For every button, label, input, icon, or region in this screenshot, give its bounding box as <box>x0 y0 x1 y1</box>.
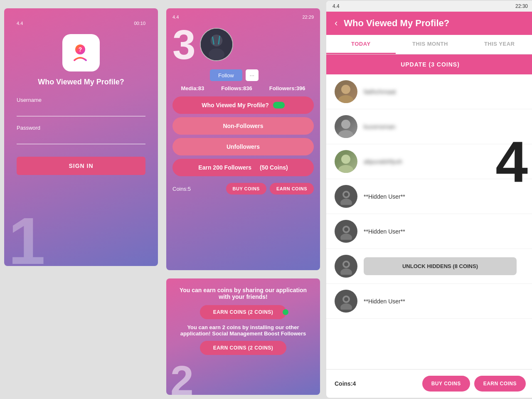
earn-followers-button[interactable]: Earn 200 Followers (50 Coins) <box>172 159 314 176</box>
more-button[interactable]: ··· <box>246 69 259 81</box>
followers-stat: Followers:396 <box>269 85 305 91</box>
svg-point-4 <box>209 49 224 61</box>
hidden-username: **Hidden User** <box>364 298 526 305</box>
profile-avatar <box>200 28 233 61</box>
screen1-status-bar: 4.4 00:10 <box>17 21 145 26</box>
earn-title2: You can earn 2 coins by installing our o… <box>177 324 310 337</box>
app-logo: ? <box>62 34 100 71</box>
avatar <box>335 185 357 208</box>
svg-point-24 <box>340 303 352 310</box>
earn-coins-panel: 2 You can earn coins by sharing our appl… <box>166 278 320 395</box>
svg-point-17 <box>344 227 348 232</box>
follows-stat: Follows:836 <box>221 85 252 91</box>
earn-followers-label: Earn 200 Followers <box>198 164 251 171</box>
viewers-list: fatihchmaat kucensman alipuralshfy <box>326 74 532 369</box>
earn-coins-button[interactable]: EARN COINS <box>474 376 526 392</box>
avatar-image <box>335 150 357 173</box>
screen1-time: 00:10 <box>134 21 145 26</box>
svg-point-12 <box>338 165 353 173</box>
profile-stats: Media:83 Follows:836 Followers:396 <box>172 85 314 91</box>
avatar-hidden <box>335 185 357 208</box>
screen1-login: 4.4 00:10 ? Who Viewed My Profile? Usern… <box>4 8 158 266</box>
hidden-username: **Hidden User** <box>364 228 526 235</box>
avatar-image <box>335 80 357 103</box>
panel-content: You can earn coins by sharing our applic… <box>177 287 310 355</box>
buy-coins-button[interactable]: BUY COINS <box>422 376 470 392</box>
coins-display: Coins:5 <box>172 186 191 192</box>
coins-label: Coins: <box>172 186 188 192</box>
avatar <box>335 115 357 138</box>
earn-coins-btn2[interactable]: EARN COINS (2 COINS) <box>200 341 286 355</box>
back-button[interactable]: ‹ <box>335 18 337 29</box>
earn-title1: You can earn coins by sharing our applic… <box>177 287 310 300</box>
toggle-switch[interactable] <box>273 102 285 108</box>
svg-point-8 <box>338 95 353 103</box>
svg-point-3 <box>210 34 222 47</box>
screen1-big-number: 1 <box>8 208 45 266</box>
list-item-unlock: UNLOCK HIDDENS (8 COINS) <box>326 249 532 284</box>
avatar <box>335 80 357 103</box>
username-blurred: kucensman <box>364 123 526 130</box>
signin-button[interactable]: SIGN IN <box>17 157 145 175</box>
screen3-time: 22:30 <box>515 3 528 9</box>
profile-big-number: 3 <box>172 24 196 65</box>
svg-point-14 <box>344 192 348 197</box>
avatar-image <box>201 29 232 60</box>
follows-label: Follows: <box>221 85 243 91</box>
coins-label: Coins: <box>335 380 353 387</box>
list-item: **Hidden User** <box>326 284 532 319</box>
follow-button[interactable]: Follow <box>210 69 242 81</box>
coins-value: 4 <box>353 380 356 387</box>
username-label: Username <box>17 97 42 103</box>
screen2-status-bar: 4.4 22:29 <box>172 15 314 20</box>
avatar <box>335 220 357 243</box>
hidden-username: **Hidden User** <box>364 193 526 200</box>
list-item: fatihchmaat <box>326 74 532 109</box>
avatar-hidden <box>335 220 357 243</box>
svg-point-21 <box>340 268 352 275</box>
tab-today[interactable]: TODAY <box>326 35 396 54</box>
bottom-bar: Coins:5 BUY COINS EARN COINS <box>172 183 314 195</box>
non-followers-button[interactable]: Non-Followers <box>172 117 314 135</box>
list-item: **Hidden User** <box>326 179 532 214</box>
app-title: Who Viewed My Profile? <box>38 78 124 86</box>
unfollowers-button[interactable]: Unfollowers <box>172 138 314 155</box>
svg-point-10 <box>338 130 353 138</box>
unlock-hiddens-button[interactable]: UNLOCK HIDDENS (8 COINS) <box>364 257 517 275</box>
avatar-hidden <box>335 255 357 278</box>
earn-coins-btn1[interactable]: EARN COINS (2 COINS) <box>200 305 286 319</box>
coin-buttons: BUY COINS EARN COINS <box>226 183 314 195</box>
update-button[interactable]: UPDATE (3 COINS) <box>326 54 532 74</box>
earn-coins-button[interactable]: EARN COINS <box>270 183 314 195</box>
screen3-header: ‹ Who Viewed My Profile? <box>326 12 532 35</box>
svg-point-11 <box>341 155 350 164</box>
who-viewed-button[interactable]: Who Viewed My Profile? <box>172 96 314 114</box>
buy-coins-button[interactable]: BUY COINS <box>226 183 266 195</box>
password-input[interactable] <box>17 133 145 144</box>
username-input[interactable] <box>17 105 145 116</box>
svg-point-9 <box>341 120 350 129</box>
screen3-container: 4.4 22:30 ‹ Who Viewed My Profile? TODAY… <box>324 0 532 399</box>
tab-this-year[interactable]: THIS YEAR <box>465 35 532 54</box>
avatar <box>335 255 357 278</box>
tab-this-month[interactable]: THIS MONTH <box>396 35 465 54</box>
tab-bar: TODAY THIS MONTH THIS YEAR <box>326 35 532 54</box>
screen3-bottom-bar: Coins:4 BUY COINS EARN COINS <box>326 369 532 398</box>
list-item: **Hidden User** <box>326 214 532 249</box>
coins-value: 5 <box>188 186 191 192</box>
avatar-image <box>335 115 357 138</box>
svg-point-18 <box>340 234 352 240</box>
screen3-who-viewed: 4.4 22:30 ‹ Who Viewed My Profile? TODAY… <box>326 1 532 398</box>
list-item: alipuralshfyuh <box>326 144 532 179</box>
screen3-coin-buttons: BUY COINS EARN COINS <box>422 376 526 392</box>
screen3-signal: 4.4 <box>332 3 340 9</box>
btn-dot-1 <box>283 309 288 315</box>
avatar-hidden <box>335 290 357 313</box>
screen2-time: 22:29 <box>302 15 314 20</box>
earn-followers-sub: (50 Coins) <box>260 164 288 171</box>
svg-point-15 <box>340 199 352 205</box>
svg-point-23 <box>344 297 348 301</box>
followers-value: 396 <box>296 85 305 91</box>
screen3-title: Who Viewed My Profile? <box>344 18 449 29</box>
username-blurred: fatihchmaat <box>364 88 526 95</box>
